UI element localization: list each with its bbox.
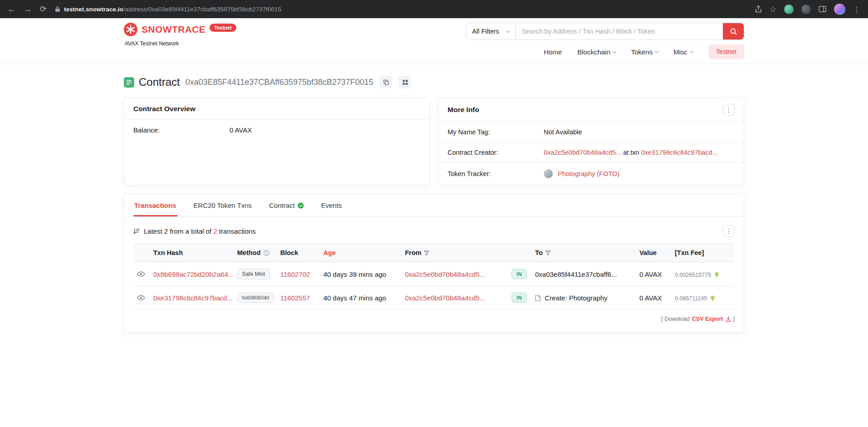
method-info-icon[interactable] — [263, 250, 269, 256]
nav-item-home[interactable]: Home — [544, 48, 562, 56]
chevron-down-icon — [655, 49, 658, 53]
profile-avatar[interactable] — [834, 4, 845, 15]
txn-summary-suffix: transactions — [219, 227, 256, 235]
browser-toolbar-icons: ☆ ⋮ — [755, 4, 861, 15]
balance-label: Balance: — [133, 126, 229, 134]
tab-contract[interactable]: Contract — [268, 194, 305, 216]
download-icon — [726, 316, 731, 322]
testnet-badge: Testnet — [210, 24, 236, 32]
extension-icon[interactable] — [801, 5, 811, 14]
browser-chrome: ← → ⟳ testnet.snowtrace.io/address/0xa03… — [0, 0, 868, 18]
from-filter-icon[interactable] — [424, 250, 429, 255]
table-menu-button[interactable]: ⋮ — [723, 225, 735, 237]
chevron-down-icon — [612, 49, 616, 53]
search-button[interactable] — [723, 23, 744, 39]
copy-address-button[interactable] — [380, 76, 392, 88]
preview-txn-button[interactable] — [137, 295, 145, 300]
tab-bar: Transactions ERC20 Token Txns Contract E… — [124, 194, 744, 217]
tab-transactions[interactable]: Transactions — [133, 194, 177, 216]
url-path: /address/0xa03e85f4411e37cbaff635975bf38… — [123, 6, 282, 13]
to-contract-creation: Create: Photography — [545, 294, 607, 302]
creator-address-link[interactable]: 0xa2c5e0bd70b48a4cd5... — [544, 149, 621, 156]
from-address-link[interactable]: 0xa2c5e0bd70b48a4cd5... — [405, 270, 485, 278]
tab-erc20-token-txns[interactable]: ERC20 Token Txns — [193, 194, 253, 216]
share-icon[interactable] — [755, 5, 762, 13]
method-badge: 0x60806040 — [237, 293, 274, 303]
direction-badge: IN — [512, 293, 527, 303]
direction-badge: IN — [512, 269, 527, 279]
back-icon[interactable]: ← — [7, 5, 15, 13]
balance-value: 0 AVAX — [229, 126, 252, 134]
main-nav: Home Blockchain Tokens Misc Testnet — [544, 44, 744, 60]
col-header-direction — [508, 244, 532, 262]
txn-hash-link[interactable]: 0x8b698ac72bd20b2a64... — [153, 270, 234, 278]
testnet-network-button[interactable]: Testnet — [708, 44, 744, 59]
from-address-link[interactable]: 0xa2c5e0bd70b48a4cd5... — [405, 294, 485, 302]
search-filter-label: All Filters — [472, 28, 499, 35]
verified-check-icon — [297, 202, 304, 209]
table-row: 0xe31798c6c84c97bacd... 0x60806040 11602… — [133, 286, 735, 309]
copy-icon — [383, 79, 389, 85]
col-header-block: Block — [277, 244, 320, 262]
search-filter-select[interactable]: All Filters — [466, 23, 516, 39]
more-info-menu-button[interactable]: ⋮ — [723, 104, 735, 116]
apps-grid-button[interactable] — [399, 76, 411, 88]
search-bar: All Filters — [466, 23, 744, 40]
forward-icon[interactable]: → — [24, 5, 32, 13]
name-tag-row: My Name Tag: Not Available — [439, 122, 744, 142]
card-title: Contract Overview — [133, 105, 195, 113]
tab-events[interactable]: Events — [320, 194, 343, 216]
name-tag-value: Not Available — [544, 128, 582, 136]
col-header-txn-hash: Txn Hash — [150, 244, 234, 262]
download-suffix: ] — [733, 316, 735, 322]
sort-icon — [133, 228, 140, 234]
preview-txn-button[interactable] — [137, 271, 145, 277]
screen: ← → ⟳ testnet.snowtrace.io/address/0xa03… — [0, 0, 868, 427]
transactions-table: Txn Hash Method Block Age From — [133, 243, 735, 309]
refresh-icon[interactable]: ⟳ — [40, 5, 47, 13]
site-header: SNOWTRACE Testnet AVAX Testnet Network A… — [0, 18, 868, 64]
col-header-age[interactable]: Age — [320, 244, 401, 262]
nav-item-misc[interactable]: Misc — [673, 48, 693, 56]
col-header-txn-fee: [Txn Fee] — [671, 244, 735, 262]
age-text: 40 days 39 mins ago — [323, 270, 386, 278]
summary-cards: Contract Overview Balance: 0 AVAX More I… — [124, 98, 744, 186]
brand-name[interactable]: SNOWTRACE — [141, 24, 205, 35]
txn-hash-link[interactable]: 0xe31798c6c84c97bacd... — [153, 294, 233, 302]
col-header-preview — [133, 244, 150, 262]
gas-bulb-icon — [714, 272, 719, 278]
csv-export-row: [ Download CSV Export ] — [133, 316, 735, 322]
contract-overview-card: Contract Overview Balance: 0 AVAX — [124, 98, 430, 186]
col-header-from: From — [401, 244, 508, 262]
search-input[interactable] — [516, 23, 723, 39]
nav-item-blockchain[interactable]: Blockchain — [577, 48, 616, 56]
url-host: testnet.snowtrace.io — [64, 6, 123, 13]
token-logo — [544, 169, 553, 178]
table-summary-row: Latest 2 from a total of 2 transactions … — [133, 225, 735, 237]
block-link[interactable]: 11602557 — [280, 294, 310, 302]
search-icon — [730, 28, 737, 35]
to-filter-icon[interactable] — [546, 250, 551, 255]
creation-txn-link[interactable]: 0xe31798c6c84c97bacd... — [641, 149, 717, 156]
token-tracker-link[interactable]: Photography (FOTO) — [558, 170, 619, 177]
chevron-down-icon — [506, 29, 509, 32]
chevron-down-icon — [690, 49, 693, 53]
bookmark-star-icon[interactable]: ☆ — [770, 5, 776, 14]
extension-icon[interactable] — [784, 5, 794, 14]
value-text: 0 AVAX — [639, 270, 662, 278]
side-panel-icon[interactable] — [819, 6, 826, 12]
csv-export-link[interactable]: CSV Export — [692, 316, 723, 322]
gas-bulb-icon — [710, 295, 715, 302]
at-txn-text: at txn — [623, 149, 639, 156]
creator-label: Contract Creator: — [448, 149, 544, 156]
balance-row: Balance: 0 AVAX — [124, 120, 429, 140]
address-bar[interactable]: testnet.snowtrace.io/address/0xa03e85f44… — [55, 5, 747, 13]
grid-icon — [402, 79, 408, 85]
block-link[interactable]: 11602702 — [280, 270, 310, 278]
nav-item-tokens[interactable]: Tokens — [631, 48, 658, 56]
contract-icon — [124, 77, 134, 88]
method-badge: Safe Mint — [237, 269, 270, 280]
browser-menu-icon[interactable]: ⋮ — [853, 5, 861, 14]
txn-fee-text: 0.065711195 — [675, 295, 707, 302]
network-label: AVAX Testnet Network — [125, 40, 236, 47]
